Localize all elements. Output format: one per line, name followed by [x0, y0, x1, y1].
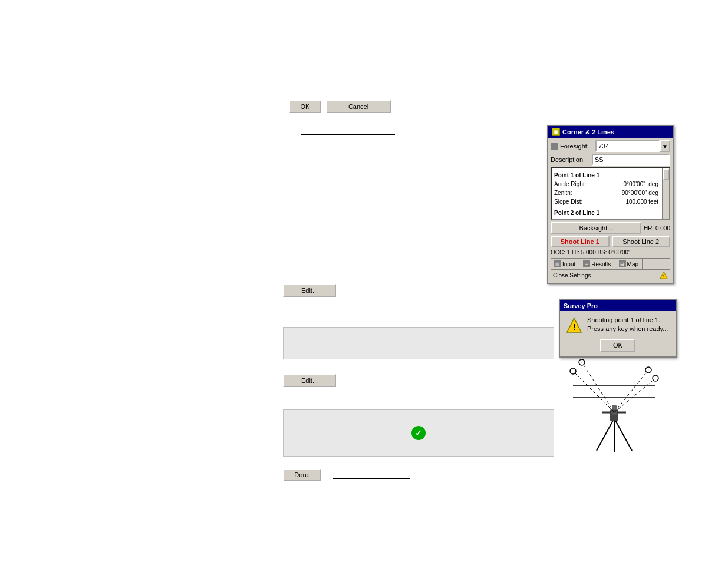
data-line-angle-right-1: Angle Right: 0°00'00" deg	[554, 180, 658, 189]
survey-ok-row: OK	[566, 339, 670, 352]
mid-btn1-section: Edit...	[283, 284, 336, 297]
backsight-row: Backsight... HR: 0.000	[551, 222, 670, 234]
tab-map[interactable]: ⊞ Map	[615, 259, 643, 269]
top-buttons-area: OK Cancel	[289, 100, 391, 113]
tab-bar: ▤ Input ≡ Results ⊞ Map	[551, 258, 670, 269]
map-tab-icon: ⊞	[619, 260, 626, 267]
foresight-label: Foresight:	[560, 143, 595, 150]
warning-icon-small: !	[660, 271, 668, 279]
results-tab-icon: ≡	[583, 260, 590, 267]
foresight-dropdown-btn[interactable]: ▼	[660, 140, 670, 152]
bottom-section: Done	[283, 468, 410, 481]
top-underline	[301, 127, 395, 135]
svg-line-16	[614, 378, 655, 412]
main-area	[0, 0, 548, 562]
svg-line-4	[597, 418, 614, 451]
foresight-input[interactable]	[595, 140, 660, 152]
ok-button[interactable]: OK	[289, 100, 321, 113]
close-settings-bar: Close Settings !	[551, 269, 670, 280]
shoot-line-1-button[interactable]: Shoot Line 1	[551, 236, 610, 247]
bottom-underline	[333, 471, 410, 479]
input-tab-icon: ▤	[554, 260, 561, 267]
cancel-button[interactable]: Cancel	[326, 100, 391, 113]
warning-icon-big: !	[566, 317, 582, 333]
data-line-slope-dist: Slope Dist: 100.000 feet	[554, 197, 658, 206]
foresight-checkbox[interactable]	[551, 143, 558, 150]
corner-2lines-dialog: ▣ Corner & 2 Lines Foresight: ▼ Descript…	[547, 125, 674, 284]
survey-illustration	[561, 353, 667, 457]
survey-message: Shooting point 1 of line 1. Press any ke…	[587, 316, 668, 334]
corner-dialog-body: Foresight: ▼ Description: Point 1 of Lin…	[548, 138, 673, 283]
data-line-zenith: Zenith: 90°00'00" deg	[554, 189, 658, 197]
survey-message-line2: Press any key when ready...	[587, 325, 668, 332]
corner-dialog-icon: ▣	[552, 128, 560, 136]
svg-text:!: !	[663, 273, 665, 279]
description-input[interactable]	[592, 154, 670, 166]
shoot-line-2-button[interactable]: Shoot Line 2	[612, 236, 671, 247]
survey-message-line1: Shooting point 1 of line 1.	[587, 316, 660, 323]
scroll-thumb[interactable]	[663, 168, 670, 180]
survey-content-row: ! Shooting point 1 of line 1. Press any …	[566, 316, 668, 334]
backsight-button[interactable]: Backsight...	[551, 222, 641, 234]
survey-body: ! Shooting point 1 of line 1. Press any …	[560, 311, 676, 356]
occ-info-line: OCC: 1 HI: 5.000 BS: 0°00'00"	[551, 249, 670, 256]
description-row: Description:	[551, 154, 670, 166]
hr-text: HR: 0.000	[644, 225, 670, 232]
tab-map-label: Map	[627, 261, 638, 267]
tab-results[interactable]: ≡ Results	[579, 259, 615, 269]
gray-area-1	[283, 327, 554, 359]
done-button[interactable]: Done	[283, 468, 321, 481]
close-settings-button[interactable]: Close Settings	[553, 272, 591, 279]
svg-line-11	[573, 371, 614, 412]
survey-title: Survey Pro	[564, 302, 598, 309]
survey-ok-button[interactable]: OK	[600, 339, 635, 352]
edit-button-2[interactable]: Edit...	[283, 374, 336, 387]
svg-line-15	[614, 370, 648, 412]
check-icon: ✓	[411, 426, 426, 440]
foresight-row: Foresight: ▼	[551, 140, 670, 152]
survey-titlebar: Survey Pro	[560, 300, 676, 311]
shoot-row: Shoot Line 1 Shoot Line 2	[551, 236, 670, 247]
corner-dialog-title: Corner & 2 Lines	[562, 128, 614, 135]
survey-svg	[561, 353, 667, 457]
section-heading-2: Point 2 of Line 1	[554, 209, 658, 217]
corner-dialog-titlebar: ▣ Corner & 2 Lines	[548, 126, 673, 138]
gray-area-2: ✓	[283, 409, 554, 457]
data-line-angle-right-2: Angle Right: 45°00'00" deg	[554, 217, 658, 220]
mid-btn2-section: Edit...	[283, 374, 336, 387]
svg-text:!: !	[573, 322, 576, 332]
data-scroll-area: Point 1 of Line 1 Angle Right: 0°00'00" …	[551, 167, 670, 220]
edit-button-1[interactable]: Edit...	[283, 284, 336, 297]
section-heading-1: Point 1 of Line 1	[554, 171, 658, 180]
tab-results-label: Results	[591, 261, 611, 267]
description-label: Description:	[551, 156, 592, 163]
tab-input[interactable]: ▤ Input	[551, 259, 579, 269]
svg-line-12	[582, 362, 614, 412]
scrollbar[interactable]	[662, 168, 669, 219]
tab-input-label: Input	[562, 261, 575, 267]
data-content: Point 1 of Line 1 Angle Right: 0°00'00" …	[554, 171, 667, 220]
survey-pro-dialog: Survey Pro ! Shooting point 1 of line 1.…	[559, 299, 677, 358]
svg-line-6	[614, 418, 632, 451]
